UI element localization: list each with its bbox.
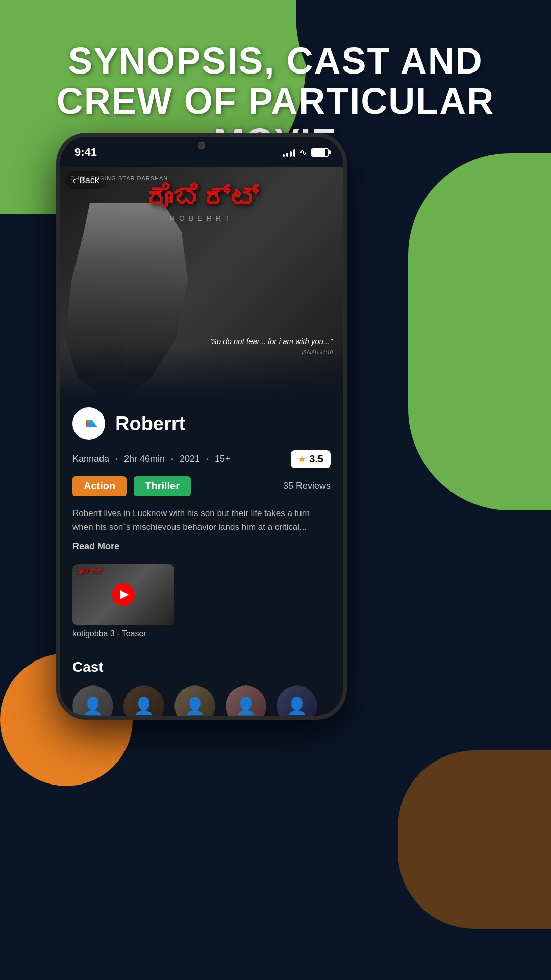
phone-frame: 9:41 ∿ ರೊಬೆರ್ಟ್ ROBERRT — [56, 133, 347, 720]
back-chevron-icon: ‹ — [72, 175, 76, 186]
movie-title: Roberrt — [115, 413, 185, 435]
movie-age-rating: 15+ — [215, 454, 231, 464]
movie-year: 2021 — [180, 454, 200, 464]
read-more-button[interactable]: Read More — [72, 541, 331, 552]
bg-shape-brown — [398, 750, 551, 929]
thumbnail-title: ರೊಬೆರ್ಟ್ — [77, 568, 102, 576]
reviews-count: 35 Reviews — [283, 481, 331, 492]
rating-score: 3.5 — [309, 453, 323, 465]
video-title: kotigobba 3 - Teaser — [72, 629, 331, 639]
actor-photo-2: 👤 — [123, 685, 164, 716]
movie-title-row: Roberrt — [72, 407, 331, 440]
cast-avatar-1[interactable]: 👤 — [72, 685, 113, 716]
status-bar: 9:41 ∿ — [60, 137, 343, 167]
cast-avatar-2[interactable]: 👤 — [123, 685, 164, 716]
actor-photo-3: 👤 — [174, 685, 215, 716]
dot-separator-1: • — [115, 455, 118, 463]
battery-fill — [312, 149, 325, 156]
actor-photo-4: 👤 — [226, 685, 266, 716]
rating-badge: ★ 3.5 — [291, 450, 331, 468]
actor-photo-5: 👤 — [277, 685, 317, 716]
power-button2 — [345, 300, 347, 341]
genre-thriller-tag[interactable]: Thriller — [134, 476, 191, 496]
status-icons: ∿ — [283, 146, 329, 158]
signal-strength-icon — [283, 148, 295, 157]
cast-list: 👤 👤 👤 👤 — [72, 685, 331, 716]
genres-list: Action Thriller — [72, 476, 191, 496]
signal-bar-4 — [293, 149, 295, 157]
signal-bar-1 — [283, 154, 285, 157]
front-camera — [198, 142, 205, 149]
bg-shape-dark-bottom — [0, 786, 194, 980]
genres-reviews-row: Action Thriller 35 Reviews — [72, 476, 331, 496]
video-thumbnail[interactable]: ರೊಬೆರ್ಟ್ — [72, 564, 174, 625]
quote-text: "So do not fear... for i am with you..." — [209, 336, 333, 348]
battery-icon — [311, 148, 329, 157]
movie-subtitle-roberrt: ROBERRT — [60, 214, 343, 223]
power-button — [345, 249, 347, 290]
phone-screen: ರೊಬೆರ್ಟ್ ROBERRT CHALLENGING STAR DARSHA… — [60, 167, 343, 716]
back-button[interactable]: ‹ Back — [65, 172, 107, 189]
movie-metadata: Kannada • 2hr 46min • 2021 • 15+ ★ 3.5 — [72, 450, 331, 468]
signal-bar-2 — [286, 153, 288, 157]
bg-shape-green-right — [408, 153, 551, 510]
dot-separator-3: • — [206, 455, 209, 463]
phone-time: 9:41 — [74, 145, 97, 159]
vol-up-button — [56, 270, 58, 300]
cast-avatar-5[interactable]: 👤 — [277, 685, 317, 716]
vol-down-button — [56, 310, 58, 341]
wifi-icon: ∿ — [299, 146, 307, 158]
dot-separator-2: • — [171, 455, 173, 463]
youtube-play-button[interactable] — [112, 583, 135, 606]
synopsis-text: Roberrt lives in Lucknow with his son bu… — [72, 506, 331, 534]
streaming-logo — [72, 407, 105, 440]
back-label: Back — [79, 175, 99, 186]
signal-bar-3 — [290, 151, 292, 157]
cast-avatar-3[interactable]: 👤 — [174, 685, 215, 716]
cast-section-title: Cast — [72, 659, 331, 675]
actor-photo-1: 👤 — [72, 685, 113, 716]
genre-action-tag[interactable]: Action — [72, 476, 127, 496]
movie-info-section: Roberrt Kannada • 2hr 46min • 2021 • 15+… — [60, 397, 343, 659]
movie-duration: 2hr 46min — [124, 454, 165, 464]
video-section: ರೊಬೆರ್ಟ್ kotigobba 3 - Teaser — [72, 564, 331, 639]
movie-banner: ರೊಬೆರ್ಟ್ ROBERRT CHALLENGING STAR DARSHA… — [60, 167, 343, 397]
movie-language: Kannada — [72, 454, 109, 464]
cast-section: Cast 👤 👤 👤 — [60, 659, 343, 716]
star-icon: ★ — [298, 454, 306, 465]
banner-fade — [60, 346, 343, 397]
cast-avatar-4[interactable]: 👤 — [226, 685, 266, 716]
play-triangle-icon — [120, 590, 129, 599]
